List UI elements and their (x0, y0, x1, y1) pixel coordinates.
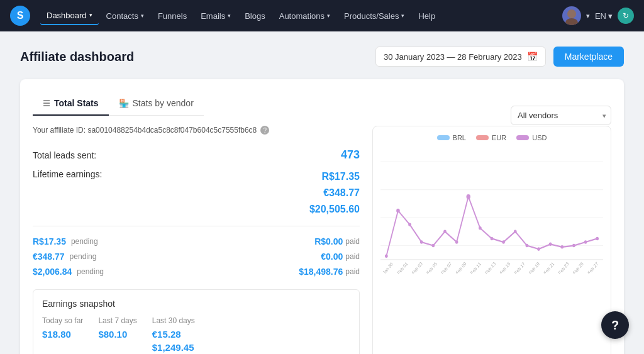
svg-text:Feb 17: Feb 17 (514, 261, 526, 274)
page-title: Affiliate dashboard (20, 50, 134, 64)
svg-text:Feb 23: Feb 23 (558, 261, 570, 274)
svg-text:Feb 21: Feb 21 (543, 261, 555, 274)
svg-text:Feb 11: Feb 11 (470, 261, 482, 274)
svg-text:Feb 25: Feb 25 (572, 261, 584, 274)
total-leads-value: 473 (341, 148, 360, 162)
svg-point-21 (549, 243, 552, 246)
snapshot-col-today: Today so far $18.80 (42, 316, 83, 354)
help-button[interactable]: ? (601, 311, 629, 339)
vendor-select[interactable]: All vendors (511, 106, 611, 125)
tabs: ☰ Total Stats 🏪 Stats by vendor (33, 92, 204, 116)
header-right: 30 January 2023 — 28 February 2023 📅 Mar… (375, 47, 624, 67)
svg-point-18 (514, 230, 517, 234)
list-icon: ☰ (43, 99, 50, 108)
svg-text:Jan 30: Jan 30 (382, 262, 394, 274)
svg-point-17 (502, 240, 505, 244)
nav-item-emails[interactable]: Emails ▾ (194, 8, 237, 25)
svg-point-24 (584, 240, 587, 244)
nav-item-automations[interactable]: Automations ▾ (273, 8, 336, 25)
legend-eur: EUR (476, 134, 506, 141)
calendar-icon: 📅 (527, 52, 538, 62)
logo[interactable]: S (10, 6, 30, 26)
svg-text:Feb 15: Feb 15 (499, 261, 511, 274)
snapshot-col-7days: Last 7 days $80.10 (98, 316, 136, 354)
lifetime-earnings-values: R$17.35 €348.77 $20,505.60 (309, 169, 360, 217)
lifetime-earnings-label: Lifetime earnings: (33, 169, 103, 179)
svg-text:Feb 19: Feb 19 (528, 261, 540, 274)
svg-text:Feb 05: Feb 05 (426, 261, 438, 274)
legend-brl: BRL (437, 134, 466, 141)
svg-point-13 (455, 240, 458, 244)
svg-text:Feb 07: Feb 07 (440, 261, 452, 274)
svg-point-25 (596, 237, 599, 241)
currency-row-brl: R$17.35 pending R$0.00 paid (33, 234, 360, 249)
svg-point-20 (537, 247, 540, 251)
avatar[interactable] (562, 6, 581, 25)
nav-item-blogs[interactable]: Blogs (238, 8, 272, 25)
svg-point-9 (408, 223, 411, 226)
chart-panel: BRL EUR USD (372, 126, 611, 354)
chevron-down-icon: ▾ (327, 13, 330, 19)
navbar: S Dashboard ▾ Contacts ▾ Funnels Emails … (0, 0, 644, 31)
snapshot-title: Earnings snapshot (42, 299, 350, 309)
chevron-down-icon: ▾ (228, 13, 231, 19)
tab-total-stats[interactable]: ☰ Total Stats (33, 92, 109, 116)
legend-usd: USD (516, 134, 547, 141)
snapshot-columns: Today so far $18.80 Last 7 days $80.10 L… (42, 316, 350, 354)
svg-point-8 (396, 209, 400, 213)
marketplace-button[interactable]: Marketplace (553, 47, 624, 67)
svg-point-19 (526, 244, 529, 248)
svg-point-22 (560, 245, 564, 249)
earnings-snapshot: Earnings snapshot Today so far $18.80 La… (33, 289, 360, 354)
page-header: Affiliate dashboard 30 January 2023 — 28… (20, 47, 624, 67)
nav-item-help[interactable]: Help (412, 8, 441, 25)
chevron-down-icon: ▾ (89, 12, 92, 18)
svg-point-12 (443, 230, 447, 234)
svg-text:Feb 01: Feb 01 (397, 261, 409, 274)
currency-row-usd: $2,006.84 pending $18,498.76 paid (33, 264, 360, 279)
vendor-select-container: All vendors (511, 106, 611, 125)
svg-point-15 (479, 226, 482, 230)
chevron-down-icon: ▾ (401, 13, 404, 19)
snapshot-col-30days: Last 30 days €15.28 $1,249.45 (152, 316, 195, 354)
stats-panel: Your affiliate ID: sa0010488254b4dca5c8c… (33, 126, 360, 354)
svg-point-16 (491, 237, 494, 241)
chevron-down-icon: ▾ (141, 13, 144, 19)
svg-point-14 (466, 194, 470, 199)
nav-item-products[interactable]: Products/Sales ▾ (338, 8, 411, 25)
date-range-text: 30 January 2023 — 28 February 2023 (384, 52, 522, 62)
info-icon[interactable]: ? (260, 126, 269, 135)
svg-point-1 (565, 18, 578, 25)
nav-item-dashboard[interactable]: Dashboard ▾ (40, 7, 99, 25)
language-selector[interactable]: EN ▾ (595, 11, 613, 21)
nav-item-contacts[interactable]: Contacts ▾ (100, 8, 150, 25)
nav-items: Dashboard ▾ Contacts ▾ Funnels Emails ▾ … (40, 7, 560, 25)
lifetime-earnings-row: Lifetime earnings: R$17.35 €348.77 $20,5… (33, 165, 360, 221)
currency-rows: R$17.35 pending R$0.00 paid €348.77 pend… (33, 234, 360, 279)
legend-usd-dot (516, 135, 529, 140)
tab-stats-by-vendor[interactable]: 🏪 Stats by vendor (109, 92, 204, 116)
svg-point-0 (567, 9, 576, 18)
total-leads-row: Total leads sent: 473 (33, 145, 360, 165)
main-content: Affiliate dashboard 30 January 2023 — 28… (0, 31, 644, 354)
update-icon[interactable]: ↻ (618, 8, 634, 24)
svg-text:Feb 13: Feb 13 (484, 261, 496, 274)
svg-point-23 (572, 244, 575, 248)
nav-item-funnels[interactable]: Funnels (152, 8, 193, 25)
chart-svg-wrapper: Jan 30 Feb 01 Feb 03 Feb 05 Feb 07 Feb 0… (380, 148, 603, 274)
lang-chevron-icon: ▾ (608, 11, 613, 21)
chart-legend: BRL EUR USD (380, 134, 603, 141)
svg-text:Feb 09: Feb 09 (455, 261, 467, 274)
avatar-chevron-icon: ▾ (586, 12, 590, 20)
earnings-chart: Jan 30 Feb 01 Feb 03 Feb 05 Feb 07 Feb 0… (380, 148, 603, 274)
legend-brl-dot (437, 135, 450, 140)
nav-right: ▾ EN ▾ ↻ (562, 6, 634, 25)
affiliate-id: Your affiliate ID: sa0010488254b4dca5c8c… (33, 126, 360, 135)
svg-text:Feb 27: Feb 27 (587, 261, 599, 274)
date-range-picker[interactable]: 30 January 2023 — 28 February 2023 📅 (375, 47, 546, 67)
legend-eur-dot (476, 135, 489, 140)
dashboard-body: Your affiliate ID: sa0010488254b4dca5c8c… (33, 126, 611, 354)
store-icon: 🏪 (119, 99, 129, 108)
svg-point-11 (432, 244, 435, 248)
affiliate-dashboard-card: ☰ Total Stats 🏪 Stats by vendor All vend… (20, 79, 624, 354)
